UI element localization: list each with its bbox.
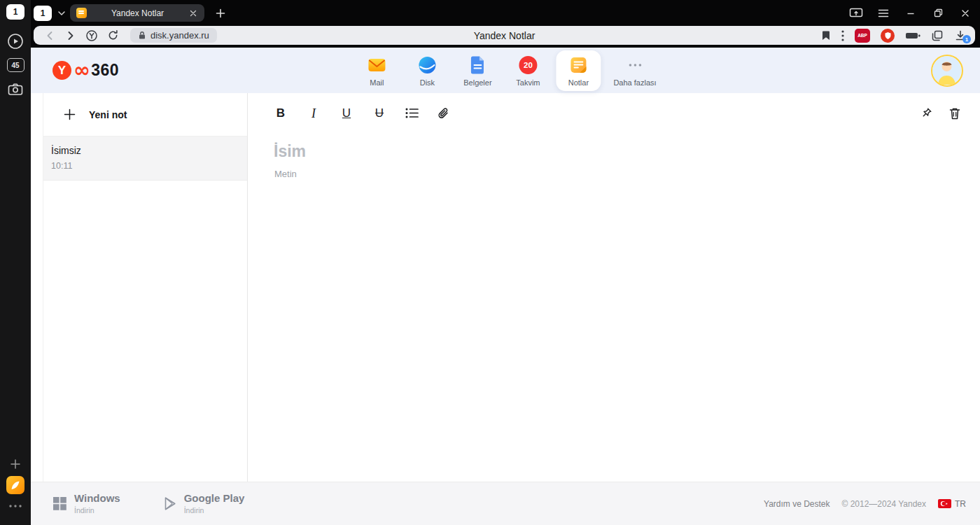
note-body-input[interactable]: Metin <box>274 169 980 179</box>
download-badge: 1 <box>962 35 971 43</box>
menu-icon[interactable] <box>873 4 894 22</box>
calendar-icon: 20 <box>518 55 538 75</box>
plus-icon <box>64 108 76 120</box>
service-header: Y ∞ 360 Mail Disk Belgeler <box>31 48 980 93</box>
avatar[interactable] <box>931 55 963 87</box>
minimize-button[interactable] <box>900 4 921 22</box>
service-takvim[interactable]: 20 Takvim <box>505 50 550 91</box>
close-button[interactable] <box>955 4 976 22</box>
note-editor: B I U U İsim Metin <box>248 93 980 482</box>
tab-strip: 1 Yandex Notlar <box>31 0 980 23</box>
note-list-item[interactable]: İsimsiz 10:11 <box>43 136 247 181</box>
service-disk[interactable]: Disk <box>405 50 449 91</box>
screenshot-icon[interactable] <box>8 77 23 101</box>
editor-toolbar: B I U U <box>248 93 980 133</box>
tab-yandex-notlar[interactable]: Yandex Notlar <box>70 4 204 22</box>
new-tab-button[interactable] <box>214 6 227 20</box>
protect-icon[interactable] <box>81 27 102 43</box>
more-dots-icon <box>625 55 645 75</box>
yandex-logo[interactable] <box>6 476 24 494</box>
store-subtitle: İndirin <box>74 506 120 514</box>
pin-icon[interactable] <box>920 106 933 120</box>
note-title-input[interactable]: İsim <box>274 142 980 162</box>
battery-icon[interactable] <box>905 31 920 40</box>
google-play-icon <box>164 497 176 510</box>
store-title: Windows <box>74 493 120 505</box>
sidebar-add-button[interactable] <box>10 452 21 476</box>
notes-favicon <box>76 8 87 18</box>
page-footer: Windows İndirin Google Play İndirin Yard… <box>31 482 980 525</box>
documents-icon <box>468 55 487 75</box>
page-viewport: Y ∞ 360 Mail Disk Belgeler <box>31 48 980 525</box>
service-label: Belgeler <box>463 78 491 87</box>
bullet-list-icon[interactable] <box>405 107 419 119</box>
sidebar-more-icon[interactable] <box>9 494 22 518</box>
service-belgeler[interactable]: Belgeler <box>455 50 500 91</box>
service-mail[interactable]: Mail <box>354 50 399 91</box>
service-label: Notlar <box>568 78 589 87</box>
reload-button[interactable] <box>102 27 123 43</box>
language-switcher[interactable]: TR <box>938 499 966 509</box>
bold-button[interactable]: B <box>274 106 288 121</box>
mail-icon <box>367 55 386 75</box>
service-label: Daha fazlası <box>613 78 656 87</box>
notes-icon <box>568 55 588 75</box>
service-label: Takvim <box>516 78 540 87</box>
copy-tabs-icon[interactable] <box>931 29 944 42</box>
adblock-icon[interactable]: ABP <box>855 29 870 43</box>
screencast-icon[interactable] <box>846 4 867 22</box>
language-label: TR <box>955 499 966 509</box>
disk-icon <box>417 55 437 75</box>
service-more[interactable]: Daha fazlası <box>606 50 663 91</box>
tab-title: Yandex Notlar <box>92 8 183 18</box>
trash-icon[interactable] <box>949 107 960 120</box>
help-link[interactable]: Yardım ve Destek <box>764 499 830 509</box>
windows-icon <box>53 497 66 510</box>
windows-download-link[interactable]: Windows İndirin <box>53 493 120 514</box>
copyright-text: © 2012—2024 Yandex <box>842 499 927 509</box>
speed-badge[interactable]: 45 <box>7 53 24 77</box>
service-label: Mail <box>370 78 384 87</box>
omnibox[interactable]: disk.yandex.ru Yandex Notlar ABP <box>34 26 975 45</box>
shield-icon[interactable] <box>881 29 895 43</box>
url-chip[interactable]: disk.yandex.ru <box>130 28 217 43</box>
service-label: Disk <box>420 78 435 87</box>
browser-chrome: 1 Yandex Notlar <box>31 0 980 48</box>
player-icon[interactable] <box>7 29 24 53</box>
notes-app-content: Yeni not İsimsiz 10:11 B I U U <box>31 93 980 482</box>
left-gutter <box>31 93 43 482</box>
tab-counter[interactable]: 1 <box>34 6 52 21</box>
tab-close-icon[interactable] <box>188 8 198 18</box>
store-subtitle: İndirin <box>184 506 245 514</box>
back-button[interactable] <box>39 27 60 43</box>
infinity-icon: ∞ <box>74 61 90 80</box>
yandex-y-icon: Y <box>52 61 71 80</box>
browser-sidebar: 1 45 <box>0 0 31 525</box>
services-nav: Mail Disk Belgeler 20 Takvim <box>354 50 663 91</box>
new-note-label: Yeni not <box>89 109 127 120</box>
service-notlar[interactable]: Notlar <box>556 50 601 91</box>
chevron-down-icon[interactable] <box>58 11 65 15</box>
note-item-time: 10:11 <box>51 161 237 171</box>
yandex-360-logo[interactable]: Y ∞ 360 <box>52 61 119 80</box>
adblock-label: ABP <box>858 33 867 38</box>
new-note-button[interactable]: Yeni not <box>43 93 247 136</box>
lock-icon <box>138 31 146 40</box>
italic-button[interactable]: I <box>307 106 321 121</box>
url-text: disk.yandex.ru <box>150 30 209 41</box>
speed-badge-count: 45 <box>7 58 24 72</box>
maximize-button[interactable] <box>927 4 948 22</box>
download-icon[interactable]: 1 <box>954 29 967 41</box>
sidebar-tabs-button[interactable]: 1 <box>6 4 24 20</box>
google-play-link[interactable]: Google Play İndirin <box>164 493 245 514</box>
logo-360-text: 360 <box>91 61 119 80</box>
turkey-flag-icon <box>938 499 951 508</box>
tab-counter-value: 1 <box>41 8 46 18</box>
bookmark-icon[interactable] <box>821 30 831 41</box>
forward-button[interactable] <box>60 27 81 43</box>
underline-button[interactable]: U <box>340 106 354 121</box>
calendar-date-badge: 20 <box>519 56 537 74</box>
strikethrough-button[interactable]: U <box>372 106 386 121</box>
attachment-icon[interactable] <box>438 107 449 120</box>
kebab-menu-icon[interactable] <box>841 30 844 41</box>
